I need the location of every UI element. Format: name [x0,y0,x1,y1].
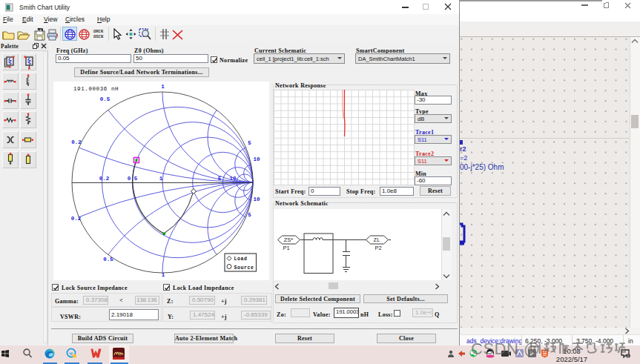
svg-text:1: 1 [161,84,165,90]
svg-text:191.00036 nH: 191.00036 nH [73,86,119,92]
svg-text:Load: Load [234,257,248,262]
svg-text:5: 5 [248,212,251,218]
svg-text:ZS*: ZS* [284,236,294,243]
svg-text:10: 10 [253,156,260,162]
svg-text:ZL: ZL [374,236,380,243]
svg-text:0.2: 0.2 [71,216,82,222]
svg-text:5: 5 [248,140,251,146]
svg-text:10: 10 [253,196,260,202]
svg-text:Source: Source [234,265,254,271]
svg-text:0.5: 0.5 [100,96,110,102]
svg-text:1: 1 [162,272,165,278]
svg-text:P2: P2 [375,245,381,251]
svg-text:0.2: 0.2 [99,176,110,182]
svg-text:0.2: 0.2 [71,139,82,145]
svg-text:0.5: 0.5 [103,257,113,262]
svg-text:1: 1 [159,176,163,182]
svg-text:10: 10 [229,176,237,182]
svg-text:P1: P1 [283,245,289,251]
svg-text:5: 5 [218,176,222,182]
